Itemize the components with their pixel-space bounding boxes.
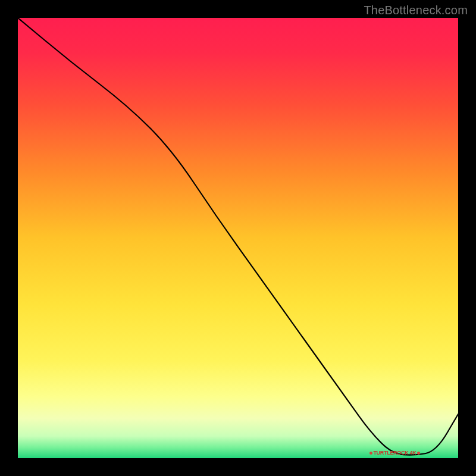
plot-area: TURTLEROCK 4K xyxy=(18,18,458,458)
chart-frame: TheBottleneck.com TURTLEROCK 4K xyxy=(0,0,476,476)
bottleneck-curve xyxy=(18,18,458,455)
gradient-rect xyxy=(18,18,458,458)
min-region-label: TURTLEROCK 4K xyxy=(368,450,421,456)
watermark-text: TheBottleneck.com xyxy=(364,4,468,17)
chart-svg xyxy=(18,18,458,458)
